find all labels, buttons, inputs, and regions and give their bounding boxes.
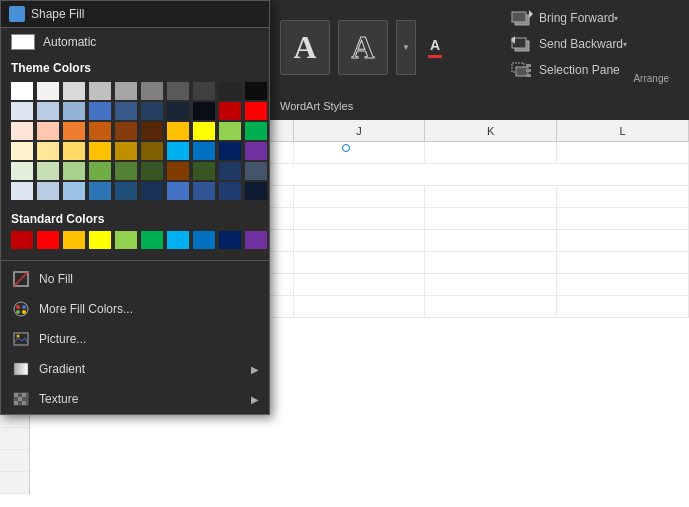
color-swatch[interactable] — [219, 142, 241, 160]
color-swatch[interactable] — [11, 122, 33, 140]
color-swatch[interactable] — [167, 122, 189, 140]
color-swatch[interactable] — [245, 82, 267, 100]
color-swatch[interactable] — [11, 162, 33, 180]
std-color-swatch[interactable] — [11, 231, 33, 249]
color-swatch[interactable] — [37, 102, 59, 120]
bring-forward-btn[interactable]: Bring Forward ▾ — [504, 5, 684, 31]
std-color-swatch[interactable] — [115, 231, 137, 249]
texture-item[interactable]: Texture ▶ — [1, 384, 269, 414]
color-swatch[interactable] — [219, 122, 241, 140]
cell[interactable] — [425, 186, 557, 207]
color-swatch[interactable] — [37, 122, 59, 140]
color-swatch[interactable] — [167, 182, 189, 200]
color-swatch[interactable] — [141, 142, 163, 160]
cell[interactable] — [294, 274, 426, 295]
cell[interactable] — [294, 186, 426, 207]
color-swatch[interactable] — [63, 142, 85, 160]
color-swatch[interactable] — [37, 162, 59, 180]
color-swatch[interactable] — [245, 142, 267, 160]
cell[interactable] — [425, 208, 557, 229]
color-swatch[interactable] — [89, 122, 111, 140]
color-swatch[interactable] — [193, 142, 215, 160]
color-swatch[interactable] — [193, 82, 215, 100]
color-swatch[interactable] — [245, 182, 267, 200]
color-swatch[interactable] — [115, 162, 137, 180]
color-swatch[interactable] — [37, 142, 59, 160]
color-swatch[interactable] — [89, 102, 111, 120]
cell[interactable] — [557, 274, 689, 295]
cell[interactable] — [557, 186, 689, 207]
std-color-swatch[interactable] — [89, 231, 111, 249]
color-swatch[interactable] — [193, 182, 215, 200]
color-swatch[interactable] — [167, 82, 189, 100]
color-swatch[interactable] — [141, 182, 163, 200]
color-swatch[interactable] — [63, 182, 85, 200]
color-swatch[interactable] — [115, 142, 137, 160]
cell[interactable] — [557, 230, 689, 251]
wordart-style-2[interactable]: A — [338, 20, 388, 75]
color-swatch[interactable] — [89, 82, 111, 100]
color-swatch[interactable] — [245, 122, 267, 140]
color-swatch[interactable] — [141, 122, 163, 140]
cell[interactable] — [294, 208, 426, 229]
send-backward-btn[interactable]: Send Backward ▾ — [504, 31, 684, 57]
color-swatch[interactable] — [167, 102, 189, 120]
cell[interactable] — [557, 208, 689, 229]
std-color-swatch[interactable] — [37, 231, 59, 249]
color-swatch[interactable] — [245, 102, 267, 120]
color-swatch[interactable] — [37, 82, 59, 100]
color-swatch[interactable] — [167, 142, 189, 160]
color-swatch[interactable] — [193, 162, 215, 180]
std-color-swatch[interactable] — [245, 231, 267, 249]
std-color-swatch[interactable] — [167, 231, 189, 249]
color-swatch[interactable] — [11, 142, 33, 160]
cell[interactable] — [425, 142, 557, 163]
color-swatch[interactable] — [89, 182, 111, 200]
color-swatch[interactable] — [219, 102, 241, 120]
color-swatch[interactable] — [141, 82, 163, 100]
std-color-swatch[interactable] — [63, 231, 85, 249]
std-color-swatch[interactable] — [219, 231, 241, 249]
color-swatch[interactable] — [219, 182, 241, 200]
color-swatch[interactable] — [89, 162, 111, 180]
color-swatch[interactable] — [63, 122, 85, 140]
color-swatch[interactable] — [193, 122, 215, 140]
color-swatch[interactable] — [115, 122, 137, 140]
cell[interactable] — [425, 274, 557, 295]
no-fill-item[interactable]: No Fill — [1, 264, 269, 294]
cell[interactable] — [425, 296, 557, 317]
color-swatch[interactable] — [167, 162, 189, 180]
color-swatch[interactable] — [115, 182, 137, 200]
std-color-swatch[interactable] — [193, 231, 215, 249]
cell[interactable] — [557, 252, 689, 273]
color-swatch[interactable] — [11, 82, 33, 100]
color-swatch[interactable] — [37, 182, 59, 200]
cell[interactable] — [294, 296, 426, 317]
gradient-item[interactable]: Gradient ▶ — [1, 354, 269, 384]
color-swatch[interactable] — [63, 82, 85, 100]
color-swatch[interactable] — [141, 102, 163, 120]
color-swatch[interactable] — [63, 162, 85, 180]
cell[interactable] — [425, 252, 557, 273]
cell[interactable] — [557, 142, 689, 163]
cell[interactable] — [557, 296, 689, 317]
color-swatch[interactable] — [89, 142, 111, 160]
color-swatch[interactable] — [219, 82, 241, 100]
color-swatch[interactable] — [115, 82, 137, 100]
color-swatch[interactable] — [245, 162, 267, 180]
color-swatch[interactable] — [141, 162, 163, 180]
std-color-swatch[interactable] — [141, 231, 163, 249]
color-swatch[interactable] — [115, 102, 137, 120]
color-swatch[interactable] — [219, 162, 241, 180]
wordart-dropdown-btn[interactable]: ▼ — [396, 20, 416, 75]
color-swatch[interactable] — [63, 102, 85, 120]
cell[interactable] — [294, 230, 426, 251]
color-swatch[interactable] — [193, 102, 215, 120]
more-fill-colors-item[interactable]: More Fill Colors... — [1, 294, 269, 324]
automatic-item[interactable]: Automatic — [1, 28, 269, 55]
color-swatch[interactable] — [11, 102, 33, 120]
font-color-btn[interactable]: A — [424, 33, 446, 62]
cell[interactable] — [294, 142, 426, 163]
cell[interactable] — [425, 230, 557, 251]
picture-item[interactable]: Picture... — [1, 324, 269, 354]
